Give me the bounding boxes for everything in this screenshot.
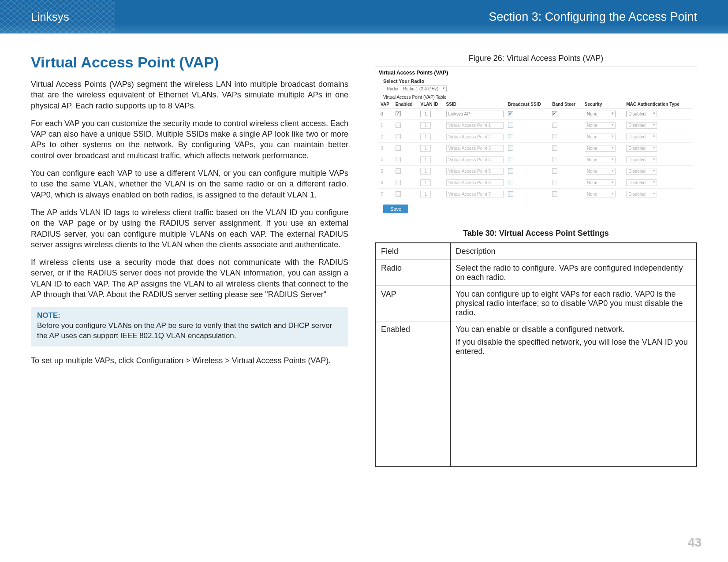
band-steer-checkbox[interactable] [552,111,557,116]
col-broadcast: Broadcast SSID [506,100,551,108]
vlan-id-input[interactable]: 1 [420,111,431,117]
note-body: Before you configure VLANs on the AP be … [37,321,342,341]
enabled-checkbox[interactable] [396,168,401,174]
security-select[interactable]: None [585,111,616,117]
col-security: Security [583,100,624,108]
field-cell: Enabled [375,321,450,467]
band-steer-checkbox[interactable] [552,134,557,139]
paragraph: You can configure each VAP to use a diff… [31,168,348,200]
vlan-id-input[interactable]: 1 [420,134,431,140]
vlan-id-input[interactable]: 1 [420,122,431,129]
vap-num: 2 [379,131,394,143]
radio-select[interactable]: Radio 1 (2.4 GHz) [401,86,447,92]
band-steer-checkbox[interactable] [552,191,557,197]
mac-auth-select[interactable]: Disabled [626,111,657,117]
table-row: Enabled You can enable or disable a conf… [375,321,697,467]
vlan-id-input[interactable]: 1 [420,191,431,197]
security-select[interactable]: None [585,168,616,175]
enabled-checkbox[interactable] [396,134,401,139]
table-caption: Table 30: Virtual Access Point Settings [375,229,697,238]
page-body: Virtual Access Point (VAP) Virtual Acces… [0,33,728,467]
security-select[interactable]: None [585,179,616,186]
vap-row: 21Virtual Access Point 2NoneDisabled [379,131,693,143]
security-select[interactable]: None [585,191,616,197]
vap-row: 31Virtual Access Point 3NoneDisabled [379,143,693,154]
desc-cell: Select the radio to configure. VAPs are … [450,260,697,286]
paragraph: To set up multiple VAPs, click Configura… [31,355,348,366]
vap-screenshot: Virtual Access Points (VAP) Select Your … [375,67,697,218]
broadcast-checkbox[interactable] [508,134,513,139]
paragraph: The AP adds VLAN ID tags to wireless cli… [31,207,348,250]
vap-row: 71Virtual Access Point 7NoneDisabled [379,189,693,200]
table-row: VAP You can configure up to eight VAPs f… [375,286,697,321]
mac-auth-select[interactable]: Disabled [626,122,657,129]
mac-auth-select[interactable]: Disabled [626,134,657,140]
col-mac: MAC Authentication Type [624,100,693,108]
mac-auth-select[interactable]: Disabled [626,179,657,186]
vap-num: 6 [379,177,394,189]
band-steer-checkbox[interactable] [552,180,557,185]
broadcast-checkbox[interactable] [508,145,513,151]
security-select[interactable]: None [585,122,616,129]
vlan-id-input[interactable]: 1 [420,156,431,163]
ssid-input[interactable]: Virtual Access Point 4 [446,156,504,163]
security-select[interactable]: None [585,156,616,163]
col-ssid: SSID [444,100,506,108]
vap-row: 11Virtual Access Point 1NoneDisabled [379,120,693,131]
mac-auth-select[interactable]: Disabled [626,156,657,163]
broadcast-checkbox[interactable] [508,168,513,174]
vap-row: 41Virtual Access Point 4NoneDisabled [379,154,693,166]
ssid-input[interactable]: Virtual Access Point 6 [446,179,504,186]
figure-caption: Figure 26: Virtual Access Points (VAP) [375,54,697,63]
page-header: Linksys Section 3: Configuring the Acces… [0,0,728,33]
broadcast-checkbox[interactable] [508,180,513,185]
ssid-input[interactable]: Virtual Access Point 5 [446,168,504,175]
enabled-checkbox[interactable] [396,180,401,185]
paragraph: Virtual Access Points (VAPs) segment the… [31,79,348,111]
col-vap: VAP [379,100,394,108]
enabled-checkbox[interactable] [396,191,401,197]
ssid-input[interactable]: Linksys AP [446,111,504,117]
ssid-input[interactable]: Virtual Access Point 3 [446,145,504,152]
enabled-checkbox[interactable] [396,111,401,116]
body-text: Virtual Access Points (VAPs) segment the… [31,79,348,366]
paragraph: If wireless clients use a security mode … [31,257,348,300]
select-your-radio-label: Select Your Radio [383,78,693,84]
band-steer-checkbox[interactable] [552,157,557,162]
broadcast-checkbox[interactable] [508,191,513,197]
broadcast-checkbox[interactable] [508,123,513,128]
save-button[interactable]: Save [383,205,408,213]
left-column: Virtual Access Point (VAP) Virtual Acces… [31,54,348,467]
screenshot-title: Virtual Access Points (VAP) [379,70,693,76]
settings-table: Field Description Radio Select the radio… [375,242,697,467]
radio-row: Radio: Radio 1 (2.4 GHz) [387,86,693,92]
note-title: NOTE: [37,311,342,320]
security-select[interactable]: None [585,134,616,140]
band-steer-checkbox[interactable] [552,123,557,128]
table-row: Radio Select the radio to configure. VAP… [375,260,697,286]
band-steer-checkbox[interactable] [552,145,557,151]
broadcast-checkbox[interactable] [508,111,513,116]
mac-auth-select[interactable]: Disabled [626,168,657,175]
ssid-input[interactable]: Virtual Access Point 7 [446,191,504,197]
ssid-input[interactable]: Virtual Access Point 1 [446,122,504,129]
col-band: Band Steer [550,100,583,108]
mac-auth-select[interactable]: Disabled [626,191,657,197]
vap-table-caption: Virtual Access Point (VAP) Table [383,95,693,100]
band-steer-checkbox[interactable] [552,168,557,174]
desc-cell: You can configure up to eight VAPs for e… [450,286,697,321]
vlan-id-input[interactable]: 1 [420,168,431,175]
field-cell: VAP [375,286,450,321]
mac-auth-select[interactable]: Disabled [626,145,657,152]
security-select[interactable]: None [585,145,616,152]
right-column: Figure 26: Virtual Access Points (VAP) V… [375,54,697,467]
vlan-id-input[interactable]: 1 [420,145,431,152]
enabled-checkbox[interactable] [396,157,401,162]
enabled-checkbox[interactable] [396,123,401,128]
broadcast-checkbox[interactable] [508,157,513,162]
enabled-checkbox[interactable] [396,145,401,151]
vlan-id-input[interactable]: 1 [420,179,431,186]
header-field: Field [375,243,450,260]
ssid-input[interactable]: Virtual Access Point 2 [446,134,504,140]
vap-num: 3 [379,143,394,154]
